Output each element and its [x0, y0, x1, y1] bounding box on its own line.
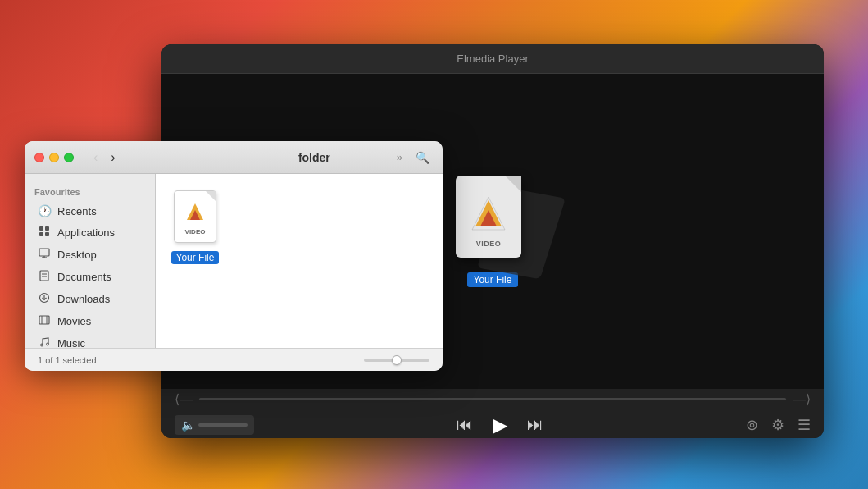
sidebar-item-downloads[interactable]: Downloads	[28, 288, 152, 310]
airplay-icon[interactable]: ⊚	[746, 416, 758, 434]
favourites-section-title: Favourites	[25, 184, 155, 200]
svg-rect-10	[40, 271, 48, 281]
music-icon	[38, 336, 51, 348]
minimize-button[interactable]	[49, 153, 59, 162]
finder-window: ‹ › folder » 🔍 Favourites 🕐 Recents	[25, 141, 443, 371]
maximize-button[interactable]	[64, 153, 74, 162]
slider-thumb[interactable]	[392, 355, 402, 365]
volume-button[interactable]: 🔈	[175, 415, 254, 435]
sidebar-item-desktop-label: Desktop	[57, 249, 97, 261]
svg-point-18	[41, 344, 43, 346]
finder-titlebar: ‹ › folder » 🔍	[25, 141, 443, 174]
playlist-icon[interactable]: ☰	[798, 416, 811, 434]
sidebar-item-music-label: Music	[57, 337, 85, 348]
file-icon-wrapper: VIDEO	[169, 187, 221, 246]
big-file-main: VIDEO	[456, 176, 521, 258]
sidebar-item-recents-label: Recents	[57, 205, 97, 217]
svg-rect-5	[39, 232, 43, 236]
file-name-label: Your File	[171, 251, 220, 264]
movies-icon	[38, 314, 51, 328]
playback-controls: ⏮ ▶ ⏭	[457, 414, 543, 436]
volume-section: 🔈	[175, 415, 254, 435]
progress-start-icon: ⟨—	[175, 391, 193, 407]
close-button[interactable]	[34, 153, 44, 162]
sidebar-item-music[interactable]: Music	[28, 332, 152, 348]
player-title: Elmedia Player	[457, 53, 528, 65]
downloads-icon	[38, 292, 51, 306]
sidebar-item-applications[interactable]: Applications	[28, 222, 152, 244]
big-elmedia-logo	[469, 194, 508, 236]
applications-icon	[38, 226, 51, 240]
sidebar-item-downloads-label: Downloads	[57, 293, 110, 305]
traffic-lights	[34, 153, 74, 162]
search-button[interactable]: 🔍	[412, 149, 433, 166]
svg-rect-15	[39, 316, 49, 324]
finder-nav: ‹ ›	[90, 149, 235, 167]
progress-bar[interactable]	[199, 398, 786, 400]
svg-rect-4	[45, 226, 49, 231]
controls-row: 🔈 ⏮ ▶ ⏭ ⊚ ⚙ ☰	[175, 414, 811, 436]
sidebar-item-desktop[interactable]: Desktop	[28, 244, 152, 266]
finder-folder-name: folder	[242, 151, 387, 164]
elmedia-small-logo	[182, 199, 208, 225]
big-file-type-label: VIDEO	[476, 240, 502, 248]
file-doc: VIDEO	[174, 190, 216, 243]
volume-bar[interactable]	[198, 423, 248, 427]
selection-status: 1 of 1 selected	[38, 355, 97, 365]
volume-icon: 🔈	[181, 418, 195, 432]
progress-end-icon: —⟩	[793, 391, 811, 407]
recents-icon: 🕐	[38, 204, 51, 217]
progress-section: ⟨— —⟩	[175, 391, 811, 407]
slider-track[interactable]	[364, 359, 429, 362]
documents-icon	[38, 270, 51, 284]
sidebar-item-movies-label: Movies	[57, 315, 91, 327]
svg-rect-6	[45, 232, 49, 236]
finder-body: Favourites 🕐 Recents Applications	[25, 174, 443, 348]
sidebar-item-documents-label: Documents	[57, 271, 111, 283]
player-controls: ⟨— —⟩ 🔈 ⏮ ▶ ⏭ ⊚ ⚙ ☰	[161, 389, 824, 438]
back-button[interactable]: ‹	[90, 149, 101, 167]
sidebar-item-recents[interactable]: 🕐 Recents	[28, 200, 152, 222]
svg-rect-7	[39, 249, 49, 256]
file-type-label: VIDEO	[185, 228, 206, 235]
zoom-slider[interactable]	[364, 359, 429, 362]
finder-sidebar: Favourites 🕐 Recents Applications	[25, 174, 156, 348]
finder-main: VIDEO Your File	[156, 174, 443, 348]
player-file-name-label: Your File	[467, 272, 519, 287]
finder-files: VIDEO Your File	[169, 187, 429, 335]
player-titlebar: Elmedia Player	[161, 44, 824, 74]
play-button[interactable]: ▶	[493, 414, 507, 436]
path-menu-button[interactable]: »	[393, 149, 406, 166]
prev-button[interactable]: ⏮	[457, 415, 473, 434]
right-controls: ⊚ ⚙ ☰	[746, 416, 811, 434]
desktop-icon	[38, 248, 51, 262]
big-file-corner	[505, 176, 521, 192]
svg-point-19	[47, 343, 49, 345]
sidebar-item-movies[interactable]: Movies	[28, 310, 152, 332]
next-button[interactable]: ⏭	[527, 415, 543, 434]
settings-icon[interactable]: ⚙	[771, 416, 784, 434]
svg-rect-3	[39, 226, 43, 231]
player-file-icon: VIDEO Your File	[456, 176, 529, 287]
sidebar-item-documents[interactable]: Documents	[28, 266, 152, 288]
finder-statusbar: 1 of 1 selected	[25, 348, 443, 371]
file-item[interactable]: VIDEO Your File	[169, 187, 221, 335]
big-file-doc: VIDEO	[456, 176, 529, 266]
sidebar-item-applications-label: Applications	[57, 226, 115, 239]
forward-button[interactable]: ›	[107, 149, 118, 167]
finder-nav-right: » 🔍	[393, 149, 433, 166]
